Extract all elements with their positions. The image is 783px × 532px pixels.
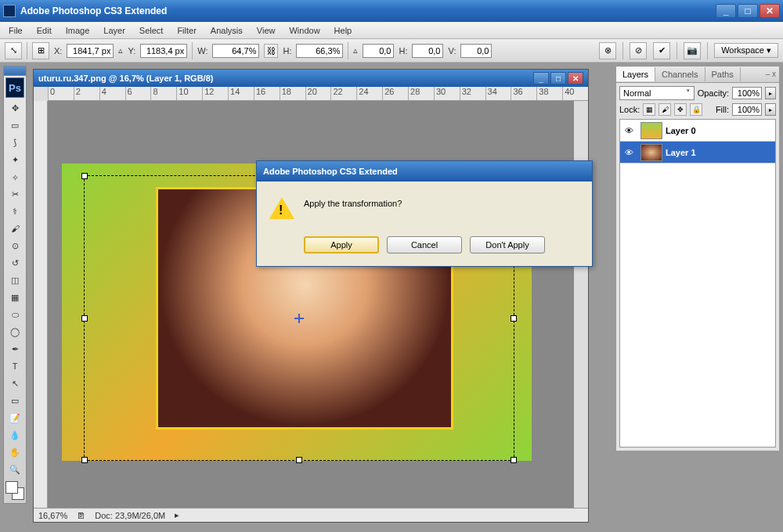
- document-titlebar[interactable]: uturu.ru.347.png @ 16,7% (Layer 1, RGB/8…: [34, 70, 588, 87]
- notes-tool[interactable]: 📝: [4, 409, 26, 426]
- fill-flyout-icon[interactable]: ▸: [765, 103, 776, 116]
- y-input[interactable]: [140, 44, 187, 58]
- reference-point-icon[interactable]: ⊞: [32, 42, 49, 59]
- slice-tool[interactable]: ✂: [4, 185, 26, 203]
- window-close-button[interactable]: ✕: [760, 4, 780, 18]
- layer-row[interactable]: 👁 Layer 0: [620, 120, 775, 142]
- lock-all-icon[interactable]: 🔒: [690, 103, 702, 116]
- rotate-input[interactable]: [363, 44, 394, 58]
- layer-thumbnail[interactable]: [640, 122, 662, 139]
- opacity-flyout-icon[interactable]: ▸: [765, 87, 776, 99]
- lasso-tool[interactable]: ⟆: [4, 134, 26, 151]
- shape-tool[interactable]: ▭: [4, 392, 26, 409]
- status-info-icon[interactable]: 🖹: [77, 511, 85, 520]
- workspace-button[interactable]: Workspace ▾: [714, 43, 778, 58]
- transform-handle-ml[interactable]: [81, 315, 88, 322]
- tab-layers[interactable]: Layers: [616, 67, 655, 81]
- stamp-tool[interactable]: ⊙: [4, 237, 26, 254]
- history-brush-tool[interactable]: ↺: [4, 254, 26, 271]
- eraser-tool[interactable]: ◫: [4, 271, 26, 289]
- foreground-color[interactable]: [5, 481, 18, 494]
- blur-tool[interactable]: ⬭: [4, 306, 26, 323]
- wand-tool[interactable]: ✦: [4, 151, 26, 168]
- eyedropper-tool[interactable]: 💧: [4, 426, 26, 444]
- color-swatch[interactable]: [5, 481, 24, 500]
- toolbox-handle[interactable]: [4, 66, 26, 76]
- menu-help[interactable]: Help: [327, 23, 359, 38]
- type-tool[interactable]: T: [4, 358, 26, 375]
- transform-handle-bl[interactable]: [81, 457, 88, 463]
- horizontal-ruler[interactable]: 0246810121416182022242628303234363840: [48, 87, 588, 101]
- doc-maximize-button[interactable]: □: [550, 72, 566, 84]
- menu-edit[interactable]: Edit: [30, 23, 59, 38]
- aspect-link-icon[interactable]: ⛓: [264, 44, 278, 58]
- layer-thumbnail[interactable]: [640, 144, 662, 161]
- window-maximize-button[interactable]: □: [738, 4, 758, 18]
- w-input[interactable]: [212, 44, 259, 58]
- transform-tool-icon[interactable]: ⤡: [5, 42, 22, 59]
- layer-name[interactable]: Layer 0: [666, 126, 775, 135]
- opacity-input[interactable]: [732, 87, 762, 99]
- doc-minimize-button[interactable]: _: [533, 72, 549, 84]
- bridge-icon[interactable]: 📷: [684, 42, 701, 59]
- lock-transparent-icon[interactable]: ▦: [643, 103, 655, 116]
- warp-mode-icon[interactable]: ⊗: [599, 42, 616, 59]
- vertical-ruler[interactable]: [34, 101, 48, 508]
- x-input[interactable]: [67, 44, 114, 58]
- document-window: uturu.ru.347.png @ 16,7% (Layer 1, RGB/8…: [33, 69, 589, 523]
- dodge-tool[interactable]: ◯: [4, 323, 26, 340]
- y-label: Y:: [128, 46, 135, 56]
- zoom-tool[interactable]: 🔍: [4, 461, 26, 478]
- healing-tool[interactable]: ⚕: [4, 203, 26, 220]
- options-bar: ⤡ ⊞ X: ▵ Y: W: ⛓ H: ▵ H: V: ⊗ ⊘ ✔ 📷 Work…: [0, 39, 783, 63]
- visibility-icon[interactable]: 👁: [620, 126, 637, 135]
- menu-select[interactable]: Select: [132, 23, 171, 38]
- layer-row[interactable]: 👁 Layer 1: [620, 142, 775, 164]
- tab-paths[interactable]: Paths: [705, 67, 741, 81]
- separator: [348, 42, 348, 59]
- hand-tool[interactable]: ✋: [4, 444, 26, 461]
- menu-view[interactable]: View: [250, 23, 283, 38]
- menu-file[interactable]: File: [2, 23, 30, 38]
- crop-tool[interactable]: ⟡: [4, 168, 26, 185]
- move-tool[interactable]: ✥: [4, 99, 26, 117]
- transform-center-point[interactable]: [294, 314, 301, 320]
- visibility-icon[interactable]: 👁: [620, 148, 637, 157]
- status-flyout-icon[interactable]: ▸: [175, 510, 179, 520]
- path-select-tool[interactable]: ↖: [4, 375, 26, 392]
- brush-tool[interactable]: 🖌: [4, 220, 26, 237]
- marquee-tool[interactable]: ▭: [4, 117, 26, 134]
- cancel-transform-icon[interactable]: ⊘: [630, 42, 647, 59]
- panel-close-icon[interactable]: – x: [766, 70, 776, 78]
- tab-channels[interactable]: Channels: [655, 67, 705, 81]
- blend-mode-select[interactable]: Normal˅: [619, 86, 695, 100]
- layers-panel: Normal˅ Opacity: ▸ Lock: ▦ 🖌 ✥ 🔒 Fill: ▸…: [615, 83, 780, 451]
- transform-handle-bm[interactable]: [296, 457, 302, 463]
- menu-analysis[interactable]: Analysis: [204, 23, 250, 38]
- menu-image[interactable]: Image: [59, 23, 97, 38]
- vskew-input[interactable]: [460, 44, 492, 58]
- lock-move-icon[interactable]: ✥: [674, 103, 687, 116]
- menu-window[interactable]: Window: [282, 23, 327, 38]
- dialog-titlebar[interactable]: Adobe Photoshop CS3 Extended: [257, 161, 592, 182]
- hskew-input[interactable]: [412, 44, 443, 58]
- commit-transform-icon[interactable]: ✔: [653, 42, 670, 59]
- lock-paint-icon[interactable]: 🖌: [659, 103, 671, 116]
- dont-apply-button[interactable]: Don't Apply: [470, 236, 545, 253]
- menu-filter[interactable]: Filter: [170, 23, 203, 38]
- layer-name[interactable]: Layer 1: [666, 148, 775, 157]
- status-zoom[interactable]: 16,67%: [38, 511, 67, 520]
- transform-handle-mr[interactable]: [511, 315, 517, 322]
- cancel-button[interactable]: Cancel: [387, 236, 462, 253]
- transform-handle-tl[interactable]: [81, 173, 88, 179]
- h-input[interactable]: [296, 44, 343, 58]
- menu-layer[interactable]: Layer: [96, 23, 132, 38]
- transform-handle-br[interactable]: [511, 457, 517, 463]
- apply-button[interactable]: Apply: [304, 236, 379, 253]
- doc-close-button[interactable]: ✕: [568, 72, 583, 84]
- separator: [677, 42, 677, 59]
- pen-tool[interactable]: ✒: [4, 340, 26, 358]
- gradient-tool[interactable]: ▦: [4, 289, 26, 306]
- window-minimize-button[interactable]: _: [716, 4, 736, 18]
- fill-input[interactable]: [732, 103, 762, 116]
